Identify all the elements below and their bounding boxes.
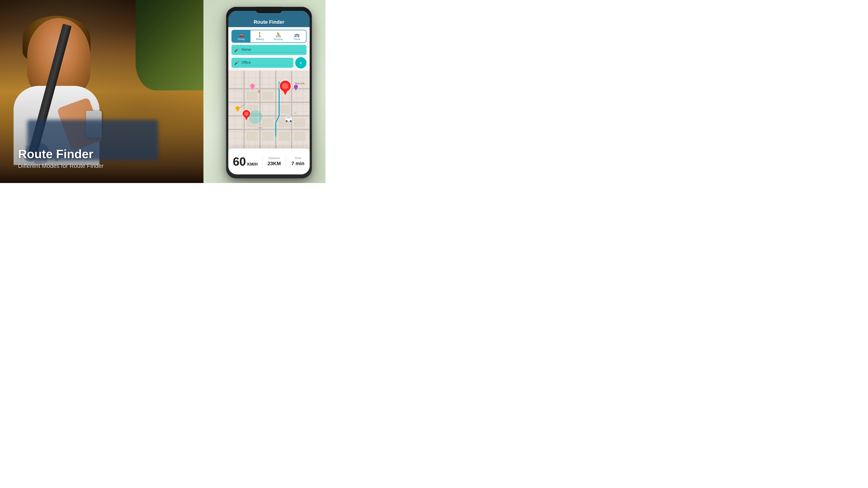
to-input-field[interactable]: 🎤 Office: [231, 58, 293, 68]
main-title: Route Finder: [18, 147, 103, 161]
transport-tabs: 🚗 Driving 🚶 Walking 🚴 Bicycling 🚌 Transi…: [231, 30, 307, 43]
svg-marker-39: [236, 109, 239, 112]
phone-screen: Route Finder 🚗 Driving 🚶 Walking 🚴 Bicyc…: [228, 11, 310, 174]
svg-text:Clash...: Clash...: [258, 127, 264, 129]
tab-transit-label: Transit: [293, 38, 300, 40]
purple-pin: [293, 84, 298, 92]
map-location-1: [258, 90, 261, 94]
text-overlay: Route Finder Different Modes for Route F…: [18, 147, 103, 169]
phone-mockup: Route Finder 🚗 Driving 🚶 Walking 🚴 Bicyc…: [226, 7, 312, 178]
to-input-row: 🎤 Office ›: [231, 57, 307, 68]
phone-notch: [255, 7, 283, 13]
svg-rect-25: [294, 132, 305, 141]
tab-walking[interactable]: 🚶 Walking: [250, 30, 269, 42]
distance-value: 23KM: [268, 161, 281, 166]
driving-icon: 🚗: [239, 32, 244, 37]
svg-text:Kin...: Kin...: [294, 112, 298, 114]
tab-walking-label: Walking: [256, 38, 264, 40]
svg-point-48: [258, 90, 260, 93]
svg-marker-33: [283, 90, 288, 95]
svg-rect-47: [287, 116, 290, 118]
time-label: Time: [295, 156, 301, 160]
go-button[interactable]: ›: [295, 57, 307, 68]
svg-rect-21: [294, 118, 305, 127]
svg-rect-15: [262, 91, 274, 100]
map-area[interactable]: Hill Top Department Store Clash... Kin..…: [228, 71, 310, 149]
transit-icon: 🚌: [294, 32, 300, 37]
distance-label: Distance: [269, 156, 280, 160]
car-on-route: [285, 115, 293, 125]
svg-marker-37: [294, 88, 297, 91]
svg-marker-42: [245, 117, 248, 120]
svg-rect-19: [262, 118, 274, 127]
svg-rect-24: [278, 132, 289, 141]
mic-icon-to[interactable]: 🎤: [234, 60, 239, 65]
from-input-field[interactable]: 🎤 Home: [231, 45, 307, 55]
teal-indicator: [249, 110, 262, 124]
tab-transit[interactable]: 🚌 Transit: [287, 30, 306, 42]
yellow-pin: [235, 106, 240, 113]
tab-bicycling[interactable]: 🚴 Bicycling: [269, 30, 287, 42]
svg-point-45: [286, 120, 287, 122]
to-value: Office: [241, 61, 291, 65]
speed-display: 60 KM/H: [233, 156, 258, 167]
speed-unit: KM/H: [247, 162, 258, 167]
from-value: Home: [241, 48, 304, 53]
svg-point-32: [282, 83, 288, 89]
svg-rect-14: [246, 91, 258, 100]
app-header: Route Finder: [228, 11, 310, 27]
main-container: Route Finder Different Modes for Route F…: [0, 0, 326, 183]
tab-driving[interactable]: 🚗 Driving: [232, 30, 250, 42]
stats-bar: 60 KM/H Distance 23KM Time 7 min: [228, 149, 310, 174]
pink-pin: [250, 83, 255, 91]
app-title: Route Finder: [254, 19, 284, 25]
svg-point-41: [244, 112, 248, 116]
stats-divider: [262, 155, 262, 168]
from-input-row: 🎤 Home: [231, 45, 307, 55]
bicycling-icon: 🚴: [276, 32, 281, 37]
map-svg: Hill Top Department Store Clash... Kin..…: [228, 71, 310, 149]
main-subtitle: Different Modes for Route Finder: [18, 162, 103, 169]
tab-driving-label: Driving: [238, 38, 245, 40]
svg-point-46: [290, 120, 291, 122]
time-stat: Time 7 min: [291, 156, 305, 166]
tab-bicycling-label: Bicycling: [274, 38, 283, 40]
destination-pin: [279, 80, 291, 96]
svg-rect-23: [262, 132, 274, 141]
svg-rect-22: [246, 132, 258, 141]
speed-value: 60: [233, 156, 246, 167]
mic-icon-from[interactable]: 🎤: [234, 47, 239, 53]
distance-stat: Distance 23KM: [267, 156, 281, 166]
time-value: 7 min: [291, 161, 304, 166]
svg-marker-35: [251, 87, 254, 90]
svg-rect-17: [278, 105, 289, 113]
walking-icon: 🚶: [257, 32, 263, 37]
